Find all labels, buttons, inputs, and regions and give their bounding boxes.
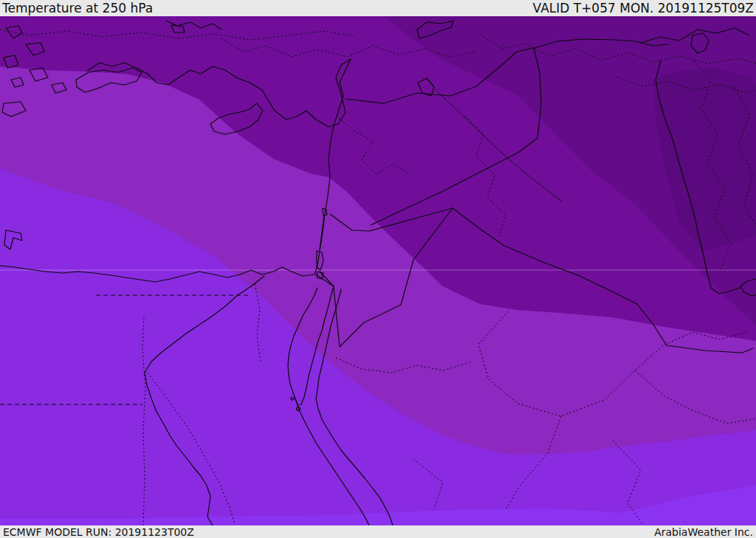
credit-label: ArabiaWeather Inc. <box>654 526 753 538</box>
header-bar: Temperature at 250 hPa VALID T+057 MON. … <box>0 0 756 16</box>
map-title: Temperature at 250 hPa <box>2 1 153 15</box>
footer-bar: ECMWF MODEL RUN: 20191123T00Z ArabiaWeat… <box>0 525 756 538</box>
model-run-label: ECMWF MODEL RUN: 20191123T00Z <box>3 526 194 538</box>
valid-time-label: VALID T+057 MON. 20191125T09Z <box>533 1 754 15</box>
temperature-map-canvas <box>0 16 756 525</box>
weather-map <box>0 16 756 525</box>
temperature-bands <box>0 16 756 525</box>
